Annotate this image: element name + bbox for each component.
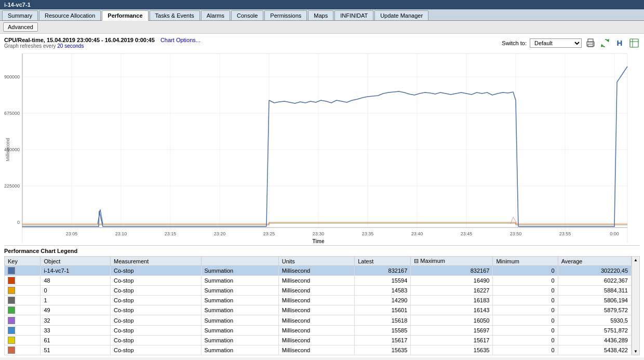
scrollbar-down[interactable]: ▼ — [634, 349, 638, 354]
minimum-cell: 0 — [493, 276, 558, 286]
table-row[interactable]: 48 Co-stop Summation Millisecond 15594 1… — [5, 276, 632, 286]
switch-label: Switch to: — [502, 40, 527, 46]
maximum-cell: 16227 — [411, 286, 493, 296]
svg-text:Time: Time — [312, 238, 325, 243]
rollup-cell: Summation — [201, 345, 278, 355]
switch-bar: Switch to: Default Custom H — [502, 37, 640, 49]
col-object: Object — [41, 257, 111, 266]
table-row[interactable]: 0 Co-stop Summation Millisecond 14583 16… — [5, 286, 632, 296]
tab-performance[interactable]: Performance — [102, 10, 148, 21]
tab-tasks-events[interactable]: Tasks & Events — [150, 10, 200, 20]
tab-infinidat[interactable]: INFINIDAT — [334, 10, 373, 20]
chart-title-block: CPU/Real-time, 15.04.2019 23:00:45 - 16.… — [4, 37, 200, 49]
table-row[interactable]: 51 Co-stop Summation Millisecond 15635 1… — [5, 345, 632, 355]
table-row[interactable]: 32 Co-stop Summation Millisecond 15618 1… — [5, 315, 632, 325]
measurement-cell: Co-stop — [111, 335, 201, 345]
object-cell: i-14-vc7-1 — [41, 266, 111, 276]
scrollbar-up[interactable]: ▲ — [634, 258, 638, 262]
tab-resource-allocation[interactable]: Resource Allocation — [39, 10, 101, 20]
key-cell — [5, 305, 41, 315]
table-row[interactable]: 61 Co-stop Summation Millisecond 15617 1… — [5, 335, 632, 345]
units-cell: Millisecond — [278, 315, 355, 325]
units-cell: Millisecond — [278, 266, 355, 276]
svg-rect-7 — [22, 54, 627, 243]
chart-title: CPU/Real-time, 15.04.2019 23:00:45 - 16.… — [4, 37, 200, 43]
svg-text:23:05: 23:05 — [66, 231, 78, 236]
object-cell: 32 — [41, 315, 111, 325]
advanced-button[interactable]: Advanced — [3, 22, 38, 32]
svg-text:23:35: 23:35 — [362, 231, 374, 236]
latest-cell: 14583 — [355, 286, 411, 296]
maximum-cell: 16143 — [411, 305, 493, 315]
measurement-cell: Co-stop — [111, 266, 201, 276]
col-average: Average — [558, 257, 631, 266]
export-icon[interactable] — [628, 37, 640, 49]
maximum-cell: 16490 — [411, 276, 493, 286]
latest-cell: 15585 — [355, 325, 411, 335]
svg-text:23:50: 23:50 — [510, 231, 522, 236]
svg-text:0: 0 — [17, 220, 20, 225]
tab-summary[interactable]: Summary — [2, 10, 38, 20]
svg-text:23:30: 23:30 — [313, 231, 325, 236]
maximum-cell: 16183 — [411, 296, 493, 305]
minimum-cell: 0 — [493, 345, 558, 355]
key-color-swatch — [8, 337, 15, 344]
advanced-bar: Advanced — [0, 21, 644, 34]
rollup-cell: Summation — [201, 335, 278, 345]
col-rollup — [201, 257, 278, 266]
legend-section: Performance Chart Legend Key Object Meas… — [4, 245, 640, 355]
legend-title: Performance Chart Legend — [4, 248, 640, 254]
maximum-cell: 832167 — [411, 266, 493, 276]
object-cell: 51 — [41, 345, 111, 355]
minimum-cell: 0 — [493, 266, 558, 276]
key-color-swatch — [8, 346, 15, 354]
measurement-cell: Co-stop — [111, 325, 201, 335]
svg-text:23:55: 23:55 — [559, 231, 571, 236]
rollup-cell: Summation — [201, 325, 278, 335]
tab-update-manager[interactable]: Update Manager — [374, 10, 428, 20]
switch-select[interactable]: Default Custom — [530, 38, 582, 48]
table-row[interactable]: 33 Co-stop Summation Millisecond 15585 1… — [5, 325, 632, 335]
key-color-swatch — [8, 327, 15, 334]
object-cell: 61 — [41, 335, 111, 345]
units-cell: Millisecond — [278, 296, 355, 305]
rollup-cell: Summation — [201, 266, 278, 276]
rollup-cell: Summation — [201, 305, 278, 315]
table-row[interactable]: 1 Co-stop Summation Millisecond 14290 16… — [5, 296, 632, 305]
refresh-icon[interactable] — [599, 37, 611, 49]
key-cell — [5, 345, 41, 355]
units-cell: Millisecond — [278, 325, 355, 335]
window-title: i-14-vc7-1 — [4, 2, 31, 8]
measurement-cell: Co-stop — [111, 286, 201, 296]
col-maximum: ⊟ Maximum — [411, 257, 493, 266]
refresh-interval: 20 seconds — [57, 43, 84, 49]
col-measurement: Measurement — [111, 257, 201, 266]
measurement-cell: Co-stop — [111, 276, 201, 286]
key-cell — [5, 266, 41, 276]
minimum-cell: 0 — [493, 325, 558, 335]
units-cell: Millisecond — [278, 305, 355, 315]
key-cell — [5, 325, 41, 335]
latest-cell: 15601 — [355, 305, 411, 315]
key-color-swatch — [8, 287, 15, 294]
main-content: CPU/Real-time, 15.04.2019 23:00:45 - 16.… — [0, 34, 644, 357]
print-icon[interactable] — [585, 37, 596, 49]
latest-cell: 15594 — [355, 276, 411, 286]
tab-permissions[interactable]: Permissions — [264, 10, 307, 20]
tab-alarms[interactable]: Alarms — [201, 10, 230, 20]
key-color-swatch — [8, 306, 15, 314]
latest-cell: 15617 — [355, 335, 411, 345]
table-row[interactable]: i-14-vc7-1 Co-stop Summation Millisecond… — [5, 266, 632, 276]
table-row[interactable]: 49 Co-stop Summation Millisecond 15601 1… — [5, 305, 632, 315]
average-cell: 5806,194 — [558, 296, 631, 305]
save-h-icon[interactable]: H — [614, 37, 625, 49]
average-cell: 5751,872 — [558, 325, 631, 335]
tab-maps[interactable]: Maps — [308, 10, 333, 20]
rollup-cell: Summation — [201, 296, 278, 305]
tab-console[interactable]: Console — [231, 10, 263, 20]
col-units: Units — [278, 257, 355, 266]
chart-options-link[interactable]: Chart Options... — [160, 37, 200, 43]
chart-container: 900000 675000 450000 225000 0 Millisecon… — [4, 51, 640, 243]
chart-title-text: CPU/Real-time, 15.04.2019 23:00:45 - 16.… — [4, 37, 155, 43]
average-cell: 5930,5 — [558, 315, 631, 325]
